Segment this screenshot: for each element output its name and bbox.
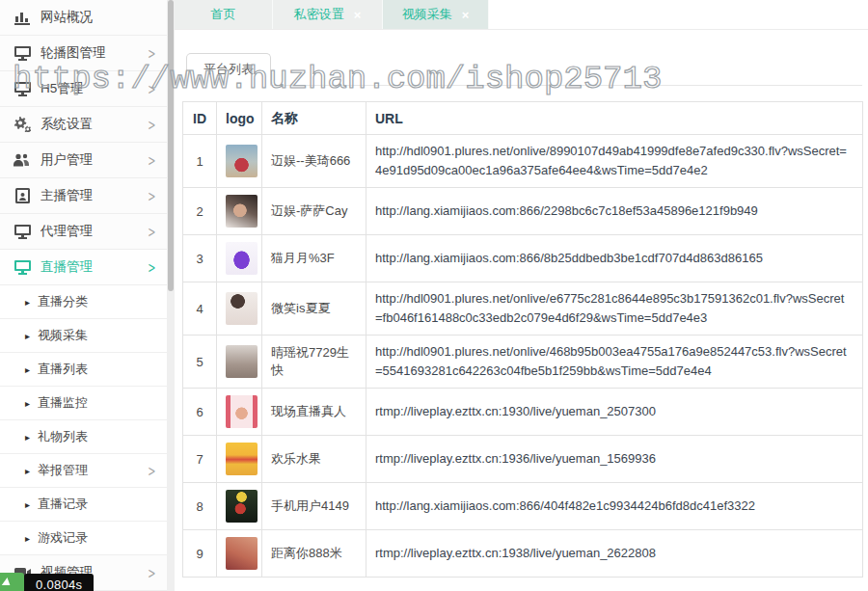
chevron-right-icon: > — [148, 187, 155, 203]
cell-url: http://lang.xiamijiaos.com:866/2298bc6c7… — [366, 188, 863, 235]
tab-bar: 首页 私密设置 × 视频采集 × — [175, 0, 868, 30]
sidebar-subitem-live-monitor[interactable]: ▸ 直播监控 — [0, 387, 167, 420]
gear-icon — [13, 116, 32, 133]
close-icon[interactable]: × — [462, 9, 470, 21]
sidebar-subitem-video-capture[interactable]: ▸ 视频采集 — [0, 319, 167, 353]
trace-time-badge: 0.0804s — [24, 574, 94, 591]
chevron-right-icon: > — [148, 564, 155, 580]
caret-right-icon: ▸ — [25, 331, 30, 341]
bar-chart-icon — [13, 9, 32, 26]
cell-name: 晴瑶祝7729生快 — [262, 336, 366, 389]
sidebar-subitem-game-records[interactable]: ▸ 游戏记录 — [0, 522, 167, 555]
table-row: 2 迈娱-萨萨Cay http://lang.xiamijiaos.com:86… — [183, 188, 863, 235]
cell-logo — [217, 336, 262, 389]
cell-id: 3 — [183, 235, 217, 282]
panel-tab-strip: 平台列表 — [182, 53, 862, 86]
cell-id: 4 — [183, 282, 217, 336]
cell-url: http://lang.xiamijiaos.com:866/8b25ddbed… — [366, 235, 863, 282]
sidebar-scrollbar-thumb[interactable] — [168, 0, 174, 291]
platform-logo-image — [226, 292, 258, 325]
sidebar-item-system-settings[interactable]: 系统设置 > — [0, 107, 167, 143]
sidebar-subitem-label: 直播列表 — [38, 361, 88, 378]
platform-logo-image — [226, 537, 258, 570]
sidebar-subitem-live-list[interactable]: ▸ 直播列表 — [0, 353, 167, 387]
cell-id: 1 — [183, 135, 217, 188]
cell-url: rtmp://liveplay.ezttx.cn:1930/live/yuema… — [366, 389, 863, 436]
sidebar-item-agent-management[interactable]: 代理管理 > — [0, 214, 167, 250]
cell-id: 6 — [183, 389, 217, 436]
platform-logo-image — [226, 490, 258, 523]
cell-url: rtmp://liveplay.ezttx.cn:1936/live/yuema… — [366, 436, 863, 483]
platform-logo-image — [226, 145, 258, 177]
sidebar-subitem-label: 游戏记录 — [38, 529, 88, 547]
column-header-id: ID — [183, 102, 217, 135]
content-panel: 平台列表 ID logo 名称 URL 1 迈娱--美琦666 http://h… — [175, 30, 868, 578]
monitor-icon — [13, 223, 32, 240]
tab-label: 视频采集 — [402, 6, 452, 23]
sidebar-item-anchor-management[interactable]: 主播管理 > — [0, 178, 167, 214]
sidebar-subitem-label: 直播记录 — [38, 496, 88, 513]
sidebar-item-carousel[interactable]: 轮播图管理 > — [0, 36, 167, 71]
table-row: 1 迈娱--美琦666 http://hdl0901.plures.net/on… — [183, 135, 863, 188]
close-icon[interactable]: × — [354, 9, 362, 21]
sidebar-item-label: H5管理 — [41, 80, 147, 97]
table-row: 3 猫月月%3F http://lang.xiamijiaos.com:866/… — [183, 235, 863, 282]
tab-label: 首页 — [211, 6, 236, 23]
sidebar-item-h5[interactable]: H5管理 > — [0, 71, 167, 107]
tab-video-capture[interactable]: 视频采集 × — [383, 0, 489, 29]
cell-logo — [217, 389, 262, 436]
cell-name: 微笑is夏夏 — [262, 282, 366, 336]
sidebar-item-label: 网站概况 — [41, 9, 157, 26]
tab-private-settings[interactable]: 私密设置 × — [273, 0, 383, 29]
chevron-right-icon: > — [148, 151, 155, 168]
table-row: 6 现场直播真人 rtmp://liveplay.ezttx.cn:1930/l… — [183, 389, 863, 436]
chevron-right-icon: > — [148, 80, 155, 96]
sidebar-subitem-gift-list[interactable]: ▸ 礼物列表 — [0, 420, 167, 454]
tab-home[interactable]: 首页 — [175, 0, 273, 29]
sidebar-item-label: 用户管理 — [41, 151, 147, 169]
cell-name: 手机用户4149 — [262, 483, 366, 530]
table-row: 8 手机用户4149 http://lang.xiamijiaos.com:86… — [183, 483, 863, 530]
cell-id: 2 — [183, 188, 217, 235]
column-header-url: URL — [366, 102, 863, 135]
cell-name: 现场直播真人 — [262, 389, 366, 436]
caret-right-icon: ▸ — [25, 466, 30, 476]
cell-url: http://lang.xiamijiaos.com:866/404f482e1… — [366, 483, 863, 530]
sidebar-subitem-label: 直播监控 — [38, 394, 88, 412]
caret-right-icon: ▸ — [25, 297, 30, 308]
sidebar-item-label: 轮播图管理 — [41, 44, 147, 62]
cell-url: http://hdl0901.plures.net/onlive/8990107… — [366, 135, 863, 188]
cell-logo — [217, 135, 262, 188]
cell-url: http://hdl0901.plures.net/onlive/468b95b… — [366, 336, 863, 389]
sidebar-subitem-live-records[interactable]: ▸ 直播记录 — [0, 488, 167, 522]
caret-right-icon: ▸ — [25, 499, 30, 510]
monitor-icon — [13, 44, 32, 62]
sidebar-subitem-report-management[interactable]: ▸ 举报管理 > — [0, 454, 167, 488]
column-header-logo: logo — [217, 102, 262, 135]
sidebar-item-label: 代理管理 — [41, 223, 147, 240]
sidebar-scrollbar[interactable] — [167, 0, 175, 591]
platform-logo-image — [226, 195, 258, 228]
table-row: 9 距离你888米 rtmp://liveplay.ezttx.cn:1938/… — [183, 530, 863, 578]
cell-logo — [217, 483, 262, 530]
cell-logo — [217, 530, 262, 578]
sidebar-item-live-management[interactable]: 直播管理 > — [0, 250, 167, 285]
table-row: 7 欢乐水果 rtmp://liveplay.ezttx.cn:1936/liv… — [183, 436, 863, 483]
tab-label: 私密设置 — [294, 6, 344, 23]
caret-right-icon: ▸ — [25, 432, 30, 443]
sidebar-subitem-live-category[interactable]: ▸ 直播分类 — [0, 285, 167, 319]
chevron-right-icon: > — [148, 258, 155, 275]
sidebar-subitem-label: 视频采集 — [38, 327, 88, 344]
cell-url: http://hdl0901.plures.net/onlive/e6775c2… — [366, 282, 863, 336]
sidebar-item-label: 主播管理 — [41, 187, 147, 204]
id-card-icon — [13, 187, 32, 204]
tab-platform-list[interactable]: 平台列表 — [186, 53, 271, 86]
chevron-right-icon: > — [148, 116, 155, 132]
sidebar-item-site-overview[interactable]: 网站概况 — [0, 0, 167, 36]
cell-name: 猫月月%3F — [262, 235, 366, 282]
sidebar-item-label: 系统设置 — [41, 116, 147, 133]
caret-right-icon: ▸ — [25, 398, 30, 409]
cell-id: 9 — [183, 530, 217, 578]
trace-toggle-icon[interactable] — [0, 573, 24, 591]
sidebar-item-user-management[interactable]: 用户管理 > — [0, 143, 167, 178]
